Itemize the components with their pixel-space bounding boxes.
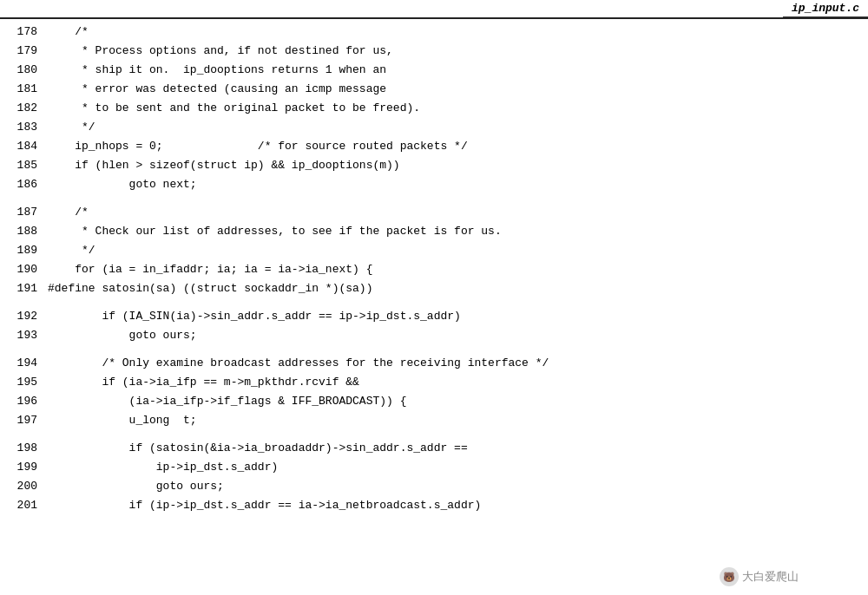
table-row: 179 * Process options and, if not destin… [0,42,868,61]
line-content: ip->ip_dst.s_addr) [48,458,868,477]
line-number: 191 [0,279,48,298]
line-number: 196 [0,392,48,411]
table-row: 193 goto ours; [0,326,868,345]
line-number: 188 [0,222,48,241]
line-number: 200 [0,477,48,496]
line-content: if (ip->ip_dst.s_addr == ia->ia_netbroad… [48,496,868,515]
line-content: /* Only examine broadcast addresses for … [48,354,868,373]
table-row: 199 ip->ip_dst.s_addr) [0,458,868,477]
line-number: 182 [0,99,48,118]
line-number: 192 [0,307,48,326]
line-number: 197 [0,411,48,430]
table-row: 183 */ [0,118,868,137]
table-row: 186 goto next; [0,175,868,194]
line-content: * ship it on. ip_dooptions returns 1 whe… [48,61,868,80]
line-number: 193 [0,326,48,345]
code-area: 178 /*179 * Process options and, if not … [0,19,868,595]
table-row: 184 ip_nhops = 0; /* for source routed p… [0,137,868,156]
line-number: 184 [0,137,48,156]
filename-label: ip_input.c [783,0,868,17]
watermark-text: 大白爱爬山 [742,569,799,585]
line-content: /* [48,23,868,42]
table-row: 182 * to be sent and the original packet… [0,99,868,118]
line-content: if (hlen > sizeof(struct ip) && ip_doopt… [48,156,868,175]
line-number: 190 [0,260,48,279]
line-number: 180 [0,61,48,80]
line-number: 178 [0,23,48,42]
empty-line [0,430,868,439]
line-number: 194 [0,354,48,373]
table-row: 197 u_long t; [0,411,868,430]
line-content: */ [48,241,868,260]
line-content: u_long t; [48,411,868,430]
table-row: 185 if (hlen > sizeof(struct ip) && ip_d… [0,156,868,175]
table-row: 201 if (ip->ip_dst.s_addr == ia->ia_netb… [0,496,868,515]
table-row: 178 /* [0,23,868,42]
line-content: goto next; [48,175,868,194]
table-row: 180 * ship it on. ip_dooptions returns 1… [0,61,868,80]
line-content: for (ia = in_ifaddr; ia; ia = ia->ia_nex… [48,260,868,279]
table-row: 198 if (satosin(&ia->ia_broadaddr)->sin_… [0,439,868,458]
table-row: 196 (ia->ia_ifp->if_flags & IFF_BROADCAS… [0,392,868,411]
table-row: 189 */ [0,241,868,260]
table-row: 187 /* [0,203,868,222]
line-number: 186 [0,175,48,194]
empty-line [0,194,868,203]
line-content: /* [48,203,868,222]
line-content: ip_nhops = 0; /* for source routed packe… [48,137,868,156]
line-content: if (ia->ia_ifp == m->m_pkthdr.rcvif && [48,373,868,392]
line-content: if (satosin(&ia->ia_broadaddr)->sin_addr… [48,439,868,458]
line-number: 195 [0,373,48,392]
code-viewer: ip_input.c 178 /*179 * Process options a… [0,0,868,595]
line-content: */ [48,118,868,137]
table-row: 191#define satosin(sa) ((struct sockaddr… [0,279,868,298]
line-content: #define satosin(sa) ((struct sockaddr_in… [48,279,868,298]
line-number: 183 [0,118,48,137]
table-row: 181 * error was detected (causing an icm… [0,80,868,99]
empty-line [0,345,868,354]
line-number: 198 [0,439,48,458]
line-number: 189 [0,241,48,260]
line-number: 181 [0,80,48,99]
line-number: 179 [0,42,48,61]
watermark: 🐻 大白爱爬山 [720,567,799,586]
table-row: 200 goto ours; [0,477,868,496]
line-number: 199 [0,458,48,477]
line-content: goto ours; [48,326,868,345]
empty-line [0,298,868,307]
line-content: if (IA_SIN(ia)->sin_addr.s_addr == ip->i… [48,307,868,326]
line-number: 187 [0,203,48,222]
table-row: 192 if (IA_SIN(ia)->sin_addr.s_addr == i… [0,307,868,326]
line-content: * Check our list of addresses, to see if… [48,222,868,241]
table-row: 188 * Check our list of addresses, to se… [0,222,868,241]
line-number: 201 [0,496,48,515]
line-content: * to be sent and the original packet to … [48,99,868,118]
line-content: * Process options and, if not destined f… [48,42,868,61]
watermark-icon: 🐻 [720,567,739,586]
table-row: 194 /* Only examine broadcast addresses … [0,354,868,373]
table-row: 195 if (ia->ia_ifp == m->m_pkthdr.rcvif … [0,373,868,392]
line-content: * error was detected (causing an icmp me… [48,80,868,99]
line-number: 185 [0,156,48,175]
line-content: goto ours; [48,477,868,496]
line-content: (ia->ia_ifp->if_flags & IFF_BROADCAST)) … [48,392,868,411]
table-row: 190 for (ia = in_ifaddr; ia; ia = ia->ia… [0,260,868,279]
